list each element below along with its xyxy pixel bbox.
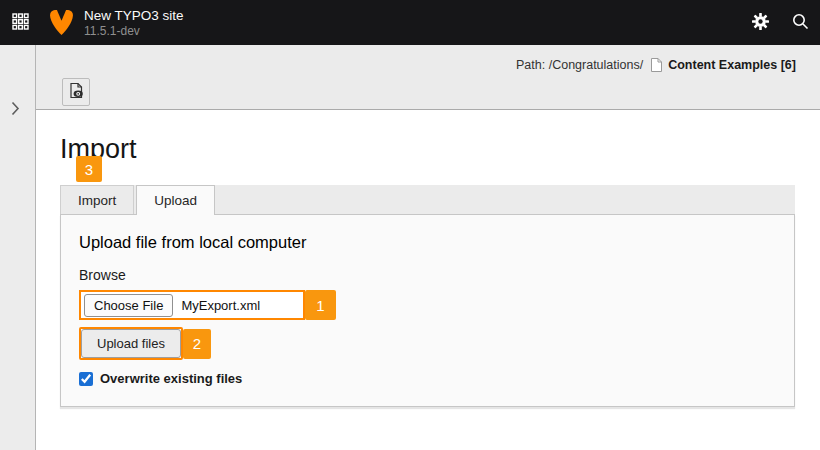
topbar-spacer [184, 0, 740, 45]
tab-upload[interactable]: Upload [136, 185, 215, 215]
panel-title: Upload file from local computer [79, 232, 776, 253]
tutorial-badge-1: 1 [305, 290, 336, 320]
module-menu-button[interactable] [0, 0, 40, 45]
view-webpage-button[interactable] [62, 78, 90, 106]
chevron-right-icon [11, 101, 20, 120]
app-title: New TYPO3 site [84, 7, 184, 24]
tabbar: Import Upload [60, 185, 795, 214]
module-frame: Path: /Congratulations/ Content Examples… [36, 45, 820, 450]
module-body: Import 3 Import Upload Upload file from … [36, 110, 820, 450]
upload-files-button[interactable]: Upload files [81, 329, 181, 358]
breadcrumb-path: Path: /Congratulations/ [516, 58, 643, 72]
typo3-logo-icon [49, 9, 74, 36]
grid-icon [12, 13, 29, 33]
document-eye-icon [68, 82, 85, 102]
upload-button-highlight: Upload files [79, 327, 183, 360]
settings-button[interactable] [740, 0, 780, 45]
selected-filename: MyExport.xml [181, 298, 260, 313]
typo3-brand[interactable]: New TYPO3 site 11.5.1-dev [40, 0, 184, 45]
browse-label: Browse [79, 267, 776, 284]
overwrite-label[interactable]: Overwrite existing files [100, 371, 242, 386]
tab-import[interactable]: Import [60, 185, 134, 214]
overwrite-checkbox[interactable] [79, 372, 93, 386]
docheader: Path: /Congratulations/ Content Examples… [36, 45, 820, 110]
document-icon [650, 57, 663, 73]
choose-file-button[interactable]: Choose File [84, 294, 173, 317]
breadcrumb: Path: /Congratulations/ Content Examples… [516, 57, 796, 73]
page-title: Import [60, 132, 795, 166]
topbar: New TYPO3 site 11.5.1-dev [0, 0, 820, 45]
breadcrumb-page-title: Content Examples [6] [668, 58, 796, 72]
file-input[interactable]: Choose File MyExport.xml [79, 290, 305, 320]
search-button[interactable] [780, 0, 820, 45]
upload-button-row: Upload files 2 [79, 327, 211, 360]
navigation-expand-handle[interactable] [0, 45, 36, 450]
search-icon [792, 13, 809, 33]
gear-icon [752, 13, 769, 33]
app-version: 11.5.1-dev [84, 24, 184, 39]
tutorial-badge-3: 3 [76, 156, 102, 182]
tutorial-badge-2: 2 [183, 329, 211, 359]
overwrite-row: Overwrite existing files [79, 371, 776, 386]
upload-panel: Upload file from local computer Browse C… [60, 214, 795, 407]
file-upload-row: Choose File MyExport.xml 1 [79, 290, 336, 320]
scaffold: Path: /Congratulations/ Content Examples… [0, 45, 820, 450]
